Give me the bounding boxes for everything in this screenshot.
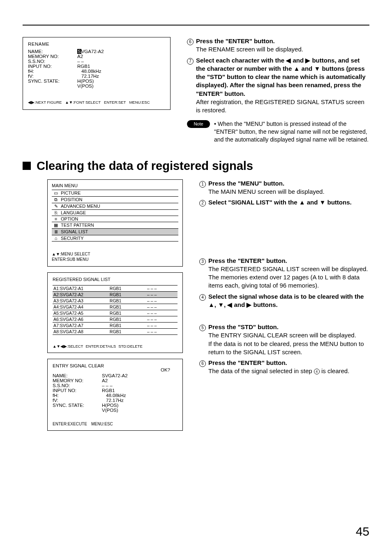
rename-ssno-value: – –: [77, 59, 165, 64]
clear-name-value: SVGA72-A2: [102, 373, 178, 378]
rename-sync-v1: H(POS): [77, 79, 165, 84]
rename-fh-label: fH:: [28, 69, 77, 74]
signal-cell: A6:SVGA72-A6: [53, 316, 109, 322]
rename-ssno-label: S.S.NO:: [28, 59, 77, 64]
step-6-sub: The RENAME screen will be displayed.: [196, 45, 369, 53]
step-6b-sub: The data of the signal selected in step …: [208, 367, 369, 375]
signal-cell: – – –: [146, 310, 178, 316]
rename-input-value: RGB1: [77, 64, 165, 69]
osd-title: RENAME: [28, 42, 165, 46]
signal-cell: A4:SVGA72-A4: [53, 304, 109, 310]
step-5-head: Press the "STD" button.: [208, 323, 369, 331]
signal-cell: RGB1: [109, 322, 146, 328]
signal-cell: RGB1: [109, 304, 146, 310]
bottom-section: MAIN MENU ▭PICTURE⧉POSITION✎ADVANCED MEN…: [23, 179, 369, 431]
signal-cell: RGB1: [109, 328, 146, 334]
clear-mem-value: A2: [102, 378, 178, 383]
signal-row: A2:SVGA72-A2RGB1– – –: [53, 291, 178, 297]
page-top-rule: [23, 25, 369, 26]
step-7: 7 Select each character with the ◀ and ▶…: [187, 56, 369, 115]
rename-name-value: SVGA72-A2: [77, 49, 165, 54]
page-number: 45: [356, 525, 369, 539]
section-square-icon: [23, 162, 31, 170]
menu-item: ▭PICTURE: [52, 190, 178, 197]
step-number-icon: 4: [199, 294, 206, 301]
rename-footer-3: ENTER:SET: [104, 100, 126, 104]
step-6-head: Press the "ENTER" button.: [196, 37, 369, 45]
signal-cell: – – –: [146, 322, 178, 328]
clear-sync-v2: V(POS): [102, 408, 178, 413]
signal-list-title: REGISTERED SIGNAL LIST: [53, 277, 178, 282]
clear-fh-label: fH:: [53, 393, 102, 398]
clear-fv-value: 72.17Hz: [102, 398, 178, 403]
main-menu-list: ▭PICTURE⧉POSITION✎ADVANCED MENU⎘LANGUAGE…: [52, 190, 178, 242]
menu-item-icon: ≣: [53, 229, 58, 235]
signal-cell: A2:SVGA72-A2: [53, 291, 109, 297]
clear-footer-1: ENTER:EXECUTE: [53, 422, 87, 426]
step-1-head: Press the "MENU" button.: [208, 179, 369, 188]
signal-cell: A8:SVGA72-A8: [53, 328, 109, 334]
step-4-head: Select the signal whose data is to be cl…: [208, 293, 369, 309]
signal-cell: RGB1: [109, 285, 146, 291]
menu-item-label: ADVANCED MENU: [61, 204, 100, 209]
signal-list-footer-2: ENTER:DETAILS: [85, 344, 116, 348]
top-section: RENAME NAME: SVGA72-A2 MEMORY NO:A2 S.S.…: [23, 37, 369, 144]
menu-item: ▦TEST PATTERN: [52, 222, 178, 229]
rename-fv-label: fV:: [28, 74, 77, 79]
rename-fv-value: 72.17Hz: [77, 74, 165, 79]
signal-cell: – – –: [146, 297, 178, 304]
step-number-icon: 6: [199, 360, 206, 367]
signal-cell: RGB1: [109, 297, 146, 304]
clear-ssno-label: S.S.NO:: [53, 383, 102, 388]
rename-name-label: NAME:: [28, 49, 77, 54]
step-3-sub: The REGISTERED SIGNAL LIST screen will b…: [208, 265, 369, 290]
menu-item: ⧉POSITION: [52, 197, 178, 203]
step-5: 5 Press the "STD" button. The ENTRY SIGN…: [199, 323, 369, 356]
menu-item: ⌂SECURITY: [52, 235, 178, 242]
menu-item-icon: ⌂: [53, 236, 58, 241]
clear-sync-v1: H(POS): [102, 403, 178, 408]
signal-row: A7:SVGA72-A7RGB1– – –: [53, 322, 178, 328]
menu-item-icon: ≡: [53, 216, 58, 221]
clear-input-label: INPUT NO:: [53, 388, 102, 393]
entry-signal-clear-osd: ENTRY SIGNAL CLEAR OK? NAME:SVGA72-A2 ME…: [47, 359, 183, 431]
step-2: 2 Select "SIGNAL LIST" with the ▲ and ▼ …: [199, 198, 369, 207]
step-number-icon: 2: [199, 200, 206, 207]
signal-cell: – – –: [146, 291, 178, 297]
menu-item: ✎ADVANCED MENU: [52, 203, 178, 210]
rename-footer-4: MENU:ESC: [129, 100, 150, 104]
signal-row: A5:SVGA72-A5RGB1– – –: [53, 310, 178, 316]
signal-cell: – – –: [146, 304, 178, 310]
step-3-head: Press the "ENTER" button.: [208, 257, 369, 265]
main-menu-footer-2: ENTER:SUB MENU: [52, 257, 178, 262]
step-6b-head: Press the "ENTER" button.: [208, 359, 369, 367]
signal-cell: RGB1: [109, 291, 146, 297]
signal-cell: A7:SVGA72-A7: [53, 322, 109, 328]
menu-item-label: OPTION: [61, 216, 78, 221]
menu-item-icon: ✎: [53, 204, 58, 209]
clear-input-value: RGB1: [102, 388, 178, 393]
clear-ssno-value: – – –: [102, 383, 178, 388]
step-2-head: Select "SIGNAL LIST" with the ▲ and ▼ bu…: [208, 198, 369, 207]
signal-row: A4:SVGA72-A4RGB1– – –: [53, 304, 178, 310]
signal-cell: – – –: [146, 285, 178, 291]
signal-row: A3:SVGA72-A3RGB1– – –: [53, 297, 178, 304]
signal-list-footer-3: STD:DELETE: [118, 344, 143, 348]
note-pill: Note: [187, 120, 210, 128]
menu-item-label: TEST PATTERN: [61, 223, 94, 228]
step-7-head: Select each character with the ◀ and ▶ b…: [196, 56, 369, 98]
step-1-sub: The MAIN MENU screen will be displayed.: [208, 188, 369, 196]
signal-cell: A3:SVGA72-A3: [53, 297, 109, 304]
signal-cell: A5:SVGA72-A5: [53, 310, 109, 316]
signal-cell: A1:SVGA72-A1: [53, 285, 109, 291]
rename-sync-v2: V(POS): [77, 84, 165, 88]
section-heading: Clearing the data of registered signals: [23, 159, 369, 173]
clear-footer-2: MENU:ESC: [91, 422, 113, 426]
section-title: Clearing the data of registered signals: [37, 159, 253, 173]
signal-row: A8:SVGA72-A8RGB1– – –: [53, 328, 178, 334]
clear-fv-label: fV:: [53, 398, 102, 403]
cursor-char: S: [77, 49, 81, 54]
rename-mem-label: MEMORY NO:: [28, 54, 77, 59]
step-number-icon: 1: [199, 181, 206, 188]
menu-item-icon: ▦: [53, 223, 58, 228]
